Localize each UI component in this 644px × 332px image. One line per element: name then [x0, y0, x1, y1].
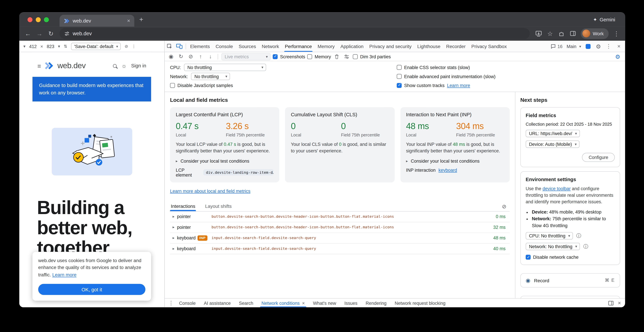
hamburger-menu-icon[interactable]: ≡ [37, 62, 41, 69]
css-selector-stats-checkbox[interactable]: Enable CSS selector stats (slow) [397, 64, 496, 71]
toggle-device-toolbar-icon[interactable] [174, 41, 184, 52]
dim-third-parties-checkbox[interactable]: Dim 3rd parties [353, 54, 391, 59]
disable-network-cache-checkbox[interactable]: Disable network cache [526, 255, 615, 260]
devtools-close-icon[interactable]: × [614, 41, 624, 52]
tab-privacy-and-security[interactable]: Privacy and security [366, 41, 414, 52]
new-tab-button[interactable]: + [139, 16, 143, 24]
drawer-tab-search[interactable]: Search [235, 299, 257, 307]
tab-close-icon[interactable]: × [127, 18, 130, 24]
layout-shifts-tab[interactable]: Layout shifts [204, 202, 232, 211]
field-metrics-learn-more-link[interactable]: Learn more about local and field metrics [170, 188, 250, 194]
device-toolbar-link[interactable]: device toolbar [542, 186, 570, 191]
capture-settings-gear-icon[interactable]: ⚙ [613, 53, 623, 60]
tab-memory[interactable]: Memory [315, 41, 338, 52]
tab-recorder[interactable]: Recorder [443, 41, 468, 52]
theme-toggle-icon[interactable]: ☼ [121, 62, 126, 69]
tab-elements[interactable]: Elements [187, 41, 213, 52]
blue-status-icon[interactable] [583, 41, 593, 52]
rotate-device-icon[interactable]: ⇅ [64, 44, 67, 48]
drawer-tab-close-icon[interactable]: × [302, 300, 305, 306]
profile-chip[interactable]: Work [581, 28, 608, 39]
configure-button[interactable]: Configure [582, 153, 615, 162]
env-cpu-select[interactable]: CPU: No throttling [526, 232, 573, 240]
tab-privacy-sandbox[interactable]: Privacy Sandbox [468, 41, 510, 52]
search-icon[interactable] [113, 64, 117, 68]
field-device-select[interactable]: Device: Auto (Mobile) [526, 140, 580, 148]
network-throttle-select[interactable]: No throttling [191, 72, 230, 80]
clear-recording-icon[interactable]: ⊘ [187, 54, 194, 60]
save-profile-icon[interactable]: ↓ [206, 54, 214, 60]
lcp-element-chip[interactable]: div.devsite-landing-row-item-d… [203, 169, 274, 176]
close-window-button[interactable] [28, 17, 32, 22]
drawer-tab-rendering[interactable]: Rendering [362, 299, 390, 307]
info-icon[interactable]: ⓘ [576, 232, 581, 240]
device-type-caret-icon[interactable]: ▾ [23, 44, 25, 48]
expand-caret-icon[interactable]: ▸ [170, 236, 177, 240]
sign-in-button[interactable]: Sign in [131, 63, 146, 68]
interaction-row[interactable]: ▸ pointer button.devsite-search-button.d… [170, 222, 510, 233]
tab-sources[interactable]: Sources [236, 41, 259, 52]
interaction-row[interactable]: ▸ keyboard input.devsite-search-field.de… [170, 244, 510, 254]
devtools-menu-icon[interactable]: ⋮ [604, 41, 614, 52]
interactions-tab[interactable]: Interactions [170, 202, 196, 211]
dock-panel-icon[interactable] [608, 300, 614, 306]
site-settings-icon[interactable] [64, 31, 69, 36]
cpu-throttle-select[interactable]: No throttling [184, 64, 266, 71]
record-and-reload-icon[interactable]: ↻ [177, 54, 185, 60]
device-height-input[interactable]: 823 [47, 44, 54, 48]
drawer-tab-network-request-blocking[interactable]: Network request blocking [390, 299, 450, 307]
tab-network[interactable]: Network [259, 41, 282, 52]
interaction-row[interactable]: ▸ pointer button.devsite-search-button.d… [170, 212, 510, 222]
tab-performance[interactable]: Performance [282, 41, 315, 52]
device-width-input[interactable]: 412 [29, 44, 37, 48]
expand-caret-icon[interactable]: ▸ [170, 225, 177, 229]
tab-console[interactable]: Console [213, 41, 236, 52]
address-bar[interactable]: web.dev [60, 28, 530, 39]
record-icon[interactable]: ◉ [167, 54, 175, 60]
settings-gear-icon[interactable]: ⚙ [594, 41, 603, 52]
throttling-icon[interactable]: ⊘ [125, 44, 128, 48]
inp-interaction-link[interactable]: keyboard [438, 168, 457, 172]
garbage-collect-icon[interactable] [333, 54, 341, 59]
tab-lighthouse[interactable]: Lighthouse [414, 41, 443, 52]
tab-application[interactable]: Application [338, 41, 366, 52]
inspect-element-icon[interactable] [164, 41, 174, 52]
site-brand[interactable]: web.dev [58, 61, 86, 70]
forward-button[interactable]: → [34, 28, 45, 39]
install-site-icon[interactable] [533, 28, 544, 39]
minimize-window-button[interactable] [36, 17, 41, 22]
paint-instrumentation-checkbox[interactable]: Enable advanced paint instrumentation (s… [397, 73, 496, 80]
gemini-button[interactable]: ✦ Gemini [593, 17, 615, 22]
lcp-test-conditions-expander[interactable]: ▸Consider your local test conditions [176, 158, 274, 163]
history-select[interactable]: Live metrics [222, 53, 270, 60]
record-button[interactable]: ◉ Record ⌘ E [520, 273, 620, 288]
inp-test-conditions-expander[interactable]: ▸Consider your local test conditions [406, 158, 504, 163]
expand-caret-icon[interactable]: ▸ [170, 247, 177, 251]
fullscreen-window-button[interactable] [44, 17, 49, 22]
load-profile-icon[interactable]: ↑ [197, 54, 204, 60]
browser-tab[interactable]: web.dev × [60, 15, 134, 27]
drawer-close-icon[interactable]: × [618, 300, 621, 306]
custom-tracks-learn-more-link[interactable]: Learn more [447, 83, 470, 88]
screenshots-checkbox[interactable]: Screenshots [272, 54, 305, 59]
cookie-learn-more-link[interactable]: Learn more [52, 272, 76, 277]
drawer-tab-console[interactable]: Console [175, 299, 200, 307]
info-icon[interactable]: ⓘ [583, 243, 588, 250]
drawer-tab-whats-new[interactable]: What's new [309, 299, 340, 307]
expand-caret-icon[interactable]: ▸ [170, 214, 177, 218]
field-url-select[interactable]: URL: https://web.dev/ [526, 130, 580, 137]
env-network-select[interactable]: Network: No throttling [526, 243, 580, 250]
drawer-menu-icon[interactable]: ⋮ [167, 300, 175, 306]
record-and-reload-button[interactable]: ↻ Record and reload ⌘ ⇧ E [520, 296, 620, 298]
drawer-tab-issues[interactable]: Issues [340, 299, 362, 307]
drawer-tab-network-conditions[interactable]: Network conditions × [257, 299, 309, 307]
memory-checkbox[interactable]: Memory [307, 54, 331, 59]
zoom-caret-icon[interactable]: ▾ [58, 44, 60, 48]
interaction-row[interactable]: ▸ keyboardINP input.devsite-search-field… [170, 233, 510, 244]
cookie-accept-button[interactable]: OK, got it [38, 284, 145, 295]
side-panel-icon[interactable] [568, 28, 578, 39]
disable-js-samples-checkbox[interactable]: Disable JavaScript samples [170, 82, 397, 89]
drawer-tab-ai-assistance[interactable]: AI assistance [200, 299, 235, 307]
reload-button[interactable]: ↻ [46, 28, 56, 39]
extensions-puzzle-icon[interactable] [556, 28, 567, 39]
